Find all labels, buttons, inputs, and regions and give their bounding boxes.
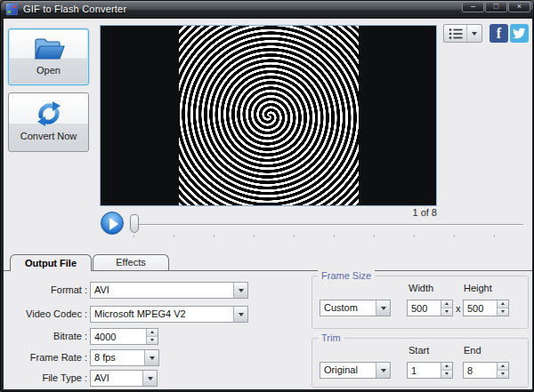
trim-group-title: Trim: [318, 332, 344, 343]
format-dropdown-button[interactable]: [233, 283, 247, 298]
folder-open-icon: [31, 35, 67, 63]
end-input[interactable]: [464, 363, 496, 378]
frame-rate-dropdown-button[interactable]: [144, 350, 158, 365]
file-type-value: AVI: [94, 371, 141, 386]
chevron-up-icon: [501, 302, 505, 305]
chevron-down-icon: [239, 289, 244, 292]
height-spinner[interactable]: [463, 300, 509, 316]
chevron-down-icon: [445, 310, 449, 313]
spin-down-button[interactable]: [147, 337, 158, 345]
chevron-down-icon: [445, 372, 449, 375]
bitrate-label: Bitrate :: [5, 331, 87, 341]
tab-output-file[interactable]: Output File: [10, 254, 92, 271]
window-controls: – □ ×: [462, 2, 530, 12]
twitter-bird-icon: [513, 28, 526, 39]
format-combobox[interactable]: AVI: [90, 282, 248, 299]
tab-effects[interactable]: Effects: [93, 254, 169, 270]
spin-down-button[interactable]: [441, 371, 452, 379]
open-button[interactable]: Open: [8, 28, 89, 85]
format-value: AVI: [94, 283, 231, 298]
start-spinner[interactable]: [407, 362, 453, 379]
twitter-button[interactable]: [510, 24, 529, 43]
chevron-down-icon: [501, 372, 505, 375]
spin-down-button[interactable]: [498, 308, 508, 316]
format-label: Format :: [5, 284, 87, 295]
play-icon: [109, 218, 118, 230]
app-icon: [6, 4, 18, 15]
chevron-down-icon: [381, 369, 386, 372]
width-spinner[interactable]: [407, 300, 453, 316]
chevron-down-icon: [239, 313, 244, 316]
video-codec-value: Microsoft MPEG4 V2: [94, 307, 231, 322]
convert-button-label: Convert Now: [9, 131, 88, 146]
frame-size-group-title: Frame Size: [318, 270, 375, 281]
chevron-up-icon: [445, 364, 449, 367]
list-icon: [449, 28, 463, 40]
facebook-button[interactable]: f: [490, 24, 508, 43]
start-input[interactable]: [408, 363, 440, 378]
end-spinner[interactable]: [463, 362, 509, 379]
playlist-button[interactable]: [444, 25, 467, 42]
frame-slider-track[interactable]: [131, 224, 523, 226]
start-label: Start: [409, 345, 429, 356]
trim-preset-combobox[interactable]: Original: [320, 362, 391, 379]
close-button[interactable]: ×: [508, 2, 530, 12]
bitrate-spinner[interactable]: [90, 328, 158, 345]
frame-size-preset-combobox[interactable]: Custom: [320, 300, 391, 316]
file-type-combobox[interactable]: AVI: [90, 370, 158, 387]
spin-down-button[interactable]: [498, 371, 508, 379]
bitrate-input[interactable]: [91, 329, 145, 344]
spin-up-button[interactable]: [147, 329, 158, 337]
chevron-down-icon: [472, 32, 477, 36]
chevron-down-icon: [148, 377, 153, 380]
bitrate-spin-buttons: [146, 329, 158, 344]
width-input[interactable]: [408, 300, 440, 316]
convert-now-button[interactable]: Convert Now: [8, 92, 89, 152]
height-input[interactable]: [464, 300, 496, 316]
frame-slider-thumb[interactable]: [130, 214, 139, 233]
video-codec-combobox[interactable]: Microsoft MPEG4 V2: [90, 306, 248, 323]
chevron-up-icon: [150, 331, 154, 333]
preview-viewport: [100, 25, 437, 206]
minimize-button[interactable]: –: [462, 2, 484, 12]
play-button[interactable]: [101, 212, 124, 235]
preview-frame-canvas: [179, 26, 359, 205]
frame-rate-label: Frame Rate :: [5, 352, 87, 363]
chevron-down-icon: [381, 307, 386, 310]
title-bar[interactable]: GIF to Flash Converter – □ ×: [1, 1, 534, 19]
maximize-button[interactable]: □: [485, 2, 507, 12]
spin-up-button[interactable]: [441, 300, 452, 308]
frame-counter: 1 of 8: [100, 207, 437, 218]
app-window: GIF to Flash Converter – □ × Open: [0, 0, 534, 392]
chevron-up-icon: [501, 364, 505, 367]
playlist-split-button[interactable]: [443, 24, 482, 43]
window-title: GIF to Flash Converter: [23, 4, 126, 14]
playlist-dropdown-button[interactable]: [467, 25, 481, 42]
end-label: End: [464, 345, 481, 356]
trim-dropdown-button[interactable]: [376, 363, 390, 378]
trim-preset-value: Original: [324, 363, 374, 378]
video-codec-dropdown-button[interactable]: [233, 307, 247, 322]
chevron-up-icon: [445, 302, 449, 305]
file-type-dropdown-button[interactable]: [142, 371, 157, 386]
width-label: Width: [409, 283, 433, 293]
spin-up-button[interactable]: [498, 363, 508, 371]
video-codec-label: Video Codec :: [5, 308, 87, 319]
chevron-down-icon: [150, 339, 154, 341]
frame-rate-combobox[interactable]: 8 fps: [90, 349, 159, 366]
chevron-down-icon: [501, 310, 505, 313]
spin-up-button[interactable]: [441, 363, 452, 371]
height-label: Height: [464, 283, 492, 293]
chevron-down-icon: [150, 356, 155, 360]
open-button-label: Open: [9, 65, 88, 80]
frame-rate-value: 8 fps: [94, 350, 142, 365]
convert-sync-icon: [33, 99, 65, 129]
spin-up-button[interactable]: [498, 300, 508, 308]
client-area: Open Convert Now 1 of 8: [4, 19, 532, 389]
frame-size-dropdown-button[interactable]: [376, 300, 390, 316]
frame-slider-ticks: [134, 235, 522, 237]
file-type-label: File Type :: [5, 372, 87, 383]
multiply-sign: x: [456, 303, 461, 314]
spin-down-button[interactable]: [441, 308, 452, 316]
frame-size-preset-value: Custom: [324, 300, 374, 316]
